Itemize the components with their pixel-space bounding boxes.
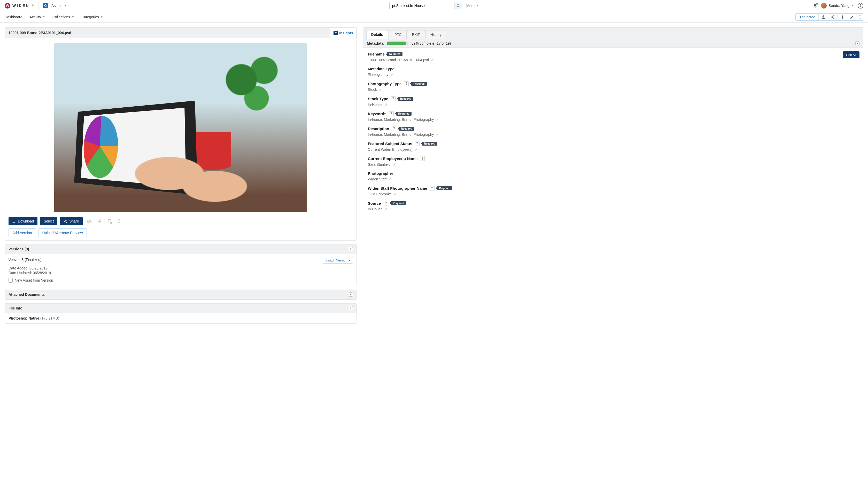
share-selection-button[interactable] (828, 14, 837, 20)
edit-selection-button[interactable] (847, 14, 857, 20)
field-help-button[interactable]: ? (415, 141, 419, 146)
metadata-title: Metadata (367, 41, 384, 45)
nav-dashboard[interactable]: Dashboard (5, 12, 22, 22)
field-help-button[interactable]: ? (389, 111, 394, 116)
delete-button[interactable] (116, 218, 123, 224)
field-label: Metadata Type (368, 67, 395, 71)
field-label-row: Featured Subject Status?Required (368, 141, 858, 146)
edit-field-button[interactable] (431, 58, 434, 62)
edit-field-button[interactable] (415, 148, 418, 151)
help-button[interactable]: ? (858, 3, 863, 9)
search-button[interactable] (454, 2, 462, 9)
share-icon (831, 15, 835, 19)
edit-field-button[interactable] (385, 103, 388, 106)
svg-point-10 (64, 221, 65, 222)
search-input[interactable] (389, 2, 454, 9)
search-container: More ▼ (389, 2, 479, 9)
upload-alt-preview-button[interactable]: Upload Alternate Preview (39, 228, 87, 237)
add-version-button[interactable]: Add Version (9, 228, 36, 237)
collapse-button[interactable]: ▼ (855, 41, 859, 45)
field-value: Sara Stanfield (368, 162, 390, 167)
field-label: Description (368, 127, 389, 131)
field-help-button[interactable]: ? (391, 126, 396, 131)
search-icon (457, 4, 460, 8)
field-value: In-house, Marketing, Brand, Photography (368, 132, 434, 137)
visibility-button[interactable] (85, 218, 94, 224)
select-button[interactable]: Select (40, 217, 57, 225)
field-value-row: In-House (368, 207, 858, 211)
switch-version-button[interactable]: Switch Version ▾ (323, 257, 353, 264)
more-label: More (466, 4, 474, 8)
tab-details[interactable]: Details (366, 30, 388, 39)
field-value: In-House (368, 103, 383, 107)
edit-all-button[interactable]: Edit All (843, 51, 859, 58)
attached-documents-panel: Attached Documents ▸ (5, 290, 357, 300)
svg-point-3 (831, 17, 832, 18)
field-help-button[interactable]: ? (430, 186, 435, 191)
version-date-updated: Date Updated: 06/28/2019 (9, 271, 353, 275)
tab-exif[interactable]: EXIF (407, 30, 425, 39)
selected-count[interactable]: 3 selected (796, 14, 818, 20)
search-box (389, 2, 462, 9)
metadata-field: Photography Type?RequiredStock (368, 81, 858, 92)
nav-collections[interactable]: Collections▼ (52, 12, 74, 22)
preview-image[interactable] (54, 43, 307, 212)
metadata-field: Keywords?RequiredIn-house, Marketing, Br… (368, 111, 858, 121)
app-switcher-icon[interactable] (43, 3, 48, 8)
field-help-button[interactable]: ? (420, 156, 425, 161)
required-badge: Required (398, 97, 413, 101)
add-selection-button[interactable] (837, 14, 847, 20)
edit-field-button[interactable] (379, 88, 382, 91)
field-value-row: In-house, Marketing, Brand, Photography (368, 132, 858, 137)
edit-field-button[interactable] (390, 73, 394, 76)
tab-history[interactable]: History (426, 30, 447, 39)
nav-categories[interactable]: Categories▼ (81, 12, 103, 22)
chevron-down-icon: ▼ (476, 4, 479, 7)
clipboard-button[interactable] (106, 218, 113, 225)
edit-field-button[interactable] (436, 118, 439, 121)
user-menu[interactable]: Sandra Yang ▼ (821, 3, 854, 9)
edit-field-button[interactable] (394, 193, 397, 196)
metadata-field: Stock Type?RequiredIn-House (368, 96, 858, 107)
more-selection-button[interactable] (857, 14, 863, 20)
field-label-row: Photography Type?Required (368, 81, 858, 86)
versions-panel: Versions (3) ▼ Version 3 (Finalized) Swi… (5, 244, 357, 286)
new-asset-from-version[interactable]: New Asset from Version (9, 278, 353, 283)
download-button[interactable]: Download (9, 217, 38, 225)
plus-icon (840, 15, 845, 19)
nav-label: Collections (52, 15, 70, 19)
chevron-down-icon: ▼ (851, 4, 854, 7)
brand-logo[interactable]: W WIDEN ® (5, 3, 34, 9)
svg-point-7 (859, 18, 860, 19)
collapse-button[interactable]: ▼ (349, 247, 353, 251)
more-dropdown[interactable]: More ▼ (466, 4, 479, 8)
edit-field-button[interactable] (393, 163, 396, 166)
edit-field-button[interactable] (385, 207, 388, 211)
insights-button[interactable]: N Insights (330, 28, 356, 38)
field-label: Photography Type (368, 82, 402, 86)
field-label-row: Metadata Type (368, 67, 858, 71)
nav-activity[interactable]: Activity▼ (30, 12, 45, 22)
field-help-button[interactable]: ? (384, 201, 388, 205)
notifications-button[interactable] (813, 3, 817, 8)
user-name: Sandra Yang (829, 4, 849, 8)
required-badge: Required (387, 52, 402, 56)
field-help-button[interactable]: ? (404, 81, 409, 86)
field-value: 19001-009-Brand-2P3A9191_004.psd (368, 58, 429, 62)
pin-button[interactable] (96, 218, 103, 224)
clipboard-icon (107, 219, 112, 224)
share-button[interactable]: Share (60, 217, 82, 225)
metadata-progress-fill (387, 42, 406, 45)
edit-field-button[interactable] (436, 133, 439, 136)
collapse-button[interactable]: ▼ (349, 306, 353, 310)
field-help-button[interactable]: ? (391, 96, 396, 101)
tab-iptc[interactable]: IPTC (388, 30, 407, 39)
assets-dropdown[interactable]: Assets ▼ (51, 4, 67, 8)
expand-button[interactable]: ▸ (349, 292, 353, 297)
preview-actions: Download Select Share (5, 217, 356, 225)
metadata-field: Source?RequiredIn-House (368, 201, 858, 211)
field-label-row: Widen Staff Photographer Name?Required (368, 186, 858, 191)
download-selection-button[interactable] (818, 14, 828, 20)
edit-field-button[interactable] (388, 178, 391, 181)
metadata-field: Current Employee(s) Name?Sara Stanfield (368, 156, 858, 167)
